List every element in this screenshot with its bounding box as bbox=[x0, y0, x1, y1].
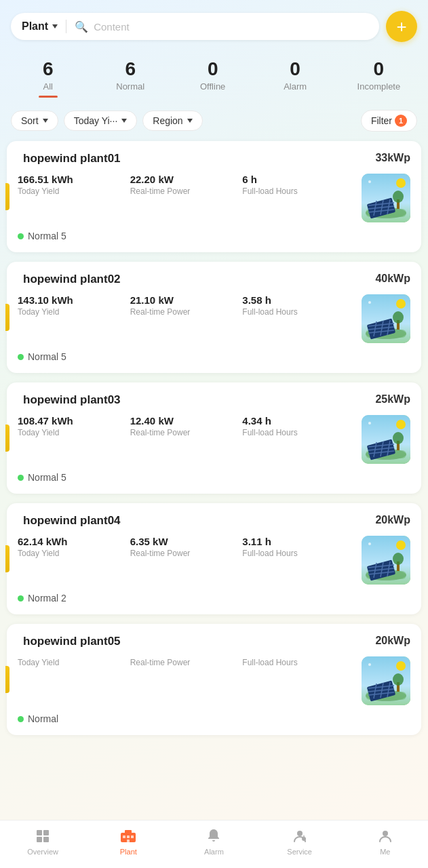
plant-card-3[interactable]: hopewind plant03 25kWp 108.47 kWh Today … bbox=[7, 382, 421, 494]
today-yield-button[interactable]: Today Yi··· bbox=[64, 111, 138, 131]
search-divider bbox=[66, 20, 66, 33]
today-yield-value-1: 166.51 kWh bbox=[18, 174, 130, 185]
plant-name-3: hopewind plant03 bbox=[23, 393, 121, 407]
today-yield-col-4: 62.14 kWh Today Yield bbox=[18, 536, 130, 558]
svg-point-81 bbox=[302, 837, 306, 841]
plant-selector[interactable]: Plant bbox=[22, 20, 58, 33]
card-header-3: hopewind plant03 25kWp bbox=[18, 393, 410, 407]
nav-me[interactable]: Me bbox=[365, 827, 406, 856]
stat-all-number: 6 bbox=[43, 60, 54, 79]
card-header-4: hopewind plant04 20kWp bbox=[18, 514, 410, 528]
card-accent-2 bbox=[5, 304, 9, 331]
plant-capacity-5: 20kWp bbox=[375, 635, 410, 647]
svg-point-46 bbox=[393, 553, 404, 565]
status-text-5: Normal bbox=[28, 713, 58, 724]
svg-point-69 bbox=[368, 663, 371, 666]
realtime-power-col-4: 6.35 kW Real-time Power bbox=[130, 536, 243, 558]
nav-plant[interactable]: Plant bbox=[108, 827, 149, 856]
plant-image-5 bbox=[362, 656, 410, 705]
plant-card-4[interactable]: hopewind plant04 20kWp 62.14 kWh Today Y… bbox=[7, 503, 421, 614]
sort-button[interactable]: Sort bbox=[11, 111, 58, 131]
search-bar: Plant 🔍 Content bbox=[11, 13, 379, 40]
today-yield-label-3: Today Yield bbox=[18, 428, 130, 437]
nav-service[interactable]: Service bbox=[279, 827, 320, 856]
fullload-hours-col-1: 6 h Full-load Hours bbox=[242, 174, 355, 196]
header: Plant 🔍 Content + bbox=[0, 0, 428, 50]
plant-name-5: hopewind plant05 bbox=[23, 635, 121, 648]
stat-normal[interactable]: 6 Normal bbox=[110, 60, 151, 98]
stat-incomplete[interactable]: 0 Incomplete bbox=[357, 60, 401, 98]
status-dot-3 bbox=[18, 475, 24, 481]
svg-rect-73 bbox=[43, 837, 49, 842]
fullload-hours-label-2: Full-load Hours bbox=[242, 307, 355, 317]
plant-card-2[interactable]: hopewind plant02 40kWp 143.10 kWh Today … bbox=[7, 262, 421, 373]
svg-point-83 bbox=[383, 831, 388, 836]
plant-capacity-3: 25kWp bbox=[375, 393, 410, 406]
plant-name-4: hopewind plant04 bbox=[23, 514, 121, 528]
stat-alarm[interactable]: 0 Alarm bbox=[275, 60, 315, 98]
card-footer-1: Normal 5 bbox=[18, 231, 410, 241]
today-yield-label-4: Today Yield bbox=[18, 549, 130, 558]
card-body-1: 166.51 kWh Today Yield 22.20 kW Real-tim… bbox=[18, 174, 410, 222]
plant-cards-container: hopewind plant01 33kWp 166.51 kWh Today … bbox=[0, 141, 428, 735]
card-accent-1 bbox=[5, 183, 9, 210]
nav-alarm[interactable]: Alarm bbox=[193, 827, 234, 856]
plant-name-1: hopewind plant01 bbox=[23, 152, 121, 165]
nav-service-label: Service bbox=[287, 848, 312, 856]
sort-label: Sort bbox=[21, 115, 39, 126]
today-yield-chevron-icon bbox=[121, 119, 127, 123]
fullload-hours-value-3: 4.34 h bbox=[242, 415, 355, 427]
card-header-1: hopewind plant01 33kWp bbox=[18, 152, 410, 165]
region-button[interactable]: Region bbox=[142, 111, 202, 131]
plant-image-3 bbox=[362, 415, 410, 464]
card-body-3: 108.47 kWh Today Yield 12.40 kW Real-tim… bbox=[18, 415, 410, 464]
today-yield-label-1: Today Yield bbox=[18, 186, 130, 196]
realtime-power-value-4: 6.35 kW bbox=[130, 536, 243, 547]
stat-incomplete-label: Incomplete bbox=[357, 81, 401, 92]
plant-card-1[interactable]: hopewind plant01 33kWp 166.51 kWh Today … bbox=[7, 141, 421, 252]
status-dot-4 bbox=[18, 595, 24, 601]
today-yield-label-5: Today Yield bbox=[18, 658, 130, 667]
status-text-4: Normal 2 bbox=[28, 593, 66, 604]
svg-point-55 bbox=[368, 542, 371, 545]
today-yield-value-4: 62.14 kWh bbox=[18, 536, 130, 547]
stat-offline-number: 0 bbox=[208, 60, 218, 79]
region-chevron-icon bbox=[187, 119, 193, 123]
svg-point-60 bbox=[393, 673, 404, 686]
filter-label: Filter bbox=[371, 115, 392, 126]
svg-rect-71 bbox=[43, 830, 49, 835]
status-dot-5 bbox=[18, 716, 24, 722]
stat-all[interactable]: 6 All bbox=[28, 60, 69, 98]
plant-capacity-1: 33kWp bbox=[375, 152, 410, 164]
fullload-hours-col-4: 3.11 h Full-load Hours bbox=[242, 536, 355, 558]
nav-overview[interactable]: Overview bbox=[22, 827, 63, 856]
plant-selector-label: Plant bbox=[22, 20, 48, 33]
svg-point-18 bbox=[393, 311, 404, 323]
filter-button[interactable]: Filter 1 bbox=[361, 110, 417, 132]
today-yield-label: Today Yi··· bbox=[74, 115, 118, 126]
filter-badge: 1 bbox=[395, 115, 407, 127]
svg-rect-79 bbox=[127, 840, 130, 842]
card-footer-5: Normal bbox=[18, 713, 410, 724]
svg-rect-75 bbox=[125, 830, 132, 834]
stat-offline[interactable]: 0 Offline bbox=[193, 60, 233, 98]
fullload-hours-value-2: 3.58 h bbox=[242, 294, 355, 306]
svg-point-12 bbox=[396, 178, 406, 188]
today-yield-col-2: 143.10 kWh Today Yield bbox=[18, 294, 130, 317]
service-icon bbox=[291, 827, 309, 845]
search-icon: 🔍 bbox=[75, 20, 88, 33]
me-icon bbox=[376, 827, 394, 845]
plant-card-5[interactable]: hopewind plant05 20kWp Today Yield Real-… bbox=[7, 624, 421, 735]
overview-icon bbox=[34, 827, 52, 845]
card-body-4: 62.14 kWh Today Yield 6.35 kW Real-time … bbox=[18, 536, 410, 585]
svg-point-26 bbox=[396, 299, 406, 309]
realtime-power-label-5: Real-time Power bbox=[130, 658, 243, 667]
plant-capacity-4: 20kWp bbox=[375, 514, 410, 526]
realtime-power-value-3: 12.40 kW bbox=[130, 415, 243, 427]
realtime-power-value-2: 21.10 kW bbox=[130, 294, 243, 306]
status-text-1: Normal 5 bbox=[28, 231, 66, 241]
fullload-hours-label-1: Full-load Hours bbox=[242, 186, 355, 196]
add-button[interactable]: + bbox=[386, 11, 417, 42]
search-placeholder[interactable]: Content bbox=[94, 21, 368, 33]
card-stats-2: 143.10 kWh Today Yield 21.10 kW Real-tim… bbox=[18, 294, 355, 317]
